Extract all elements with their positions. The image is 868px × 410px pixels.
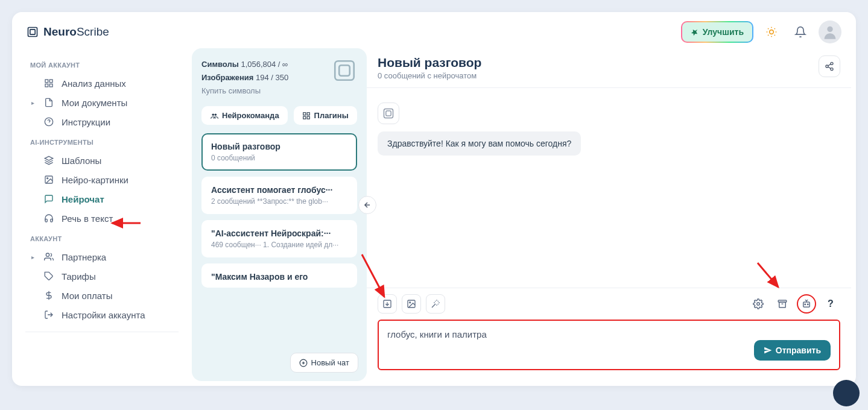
sidebar-item-neuro-images[interactable]: Нейро-картинки <box>25 170 179 189</box>
bot-message: Здравствуйте! Как я могу вам помочь сего… <box>378 131 581 156</box>
svg-point-36 <box>757 303 760 306</box>
upgrade-button[interactable]: Улучшить <box>681 21 753 43</box>
svg-point-10 <box>47 178 48 179</box>
svg-point-26 <box>831 62 833 65</box>
topbar: NeuroScribe Улучшить <box>12 12 856 43</box>
svg-rect-1 <box>30 30 35 34</box>
svg-point-2 <box>770 30 774 34</box>
svg-rect-20 <box>303 116 305 119</box>
brain-icon <box>332 58 357 83</box>
svg-point-28 <box>831 68 833 71</box>
svg-point-27 <box>826 65 828 68</box>
section-title-tools: AI-ИНСТРУМЕНТЫ <box>30 139 179 146</box>
chat-header: Новый разговор 0 сообщений с нейрочатом <box>367 48 851 88</box>
logout-icon <box>43 309 54 320</box>
sidebar-item-speech[interactable]: Речь в текст <box>25 209 179 228</box>
bot-avatar-icon <box>378 102 399 124</box>
sidebar-item-instructions[interactable]: Инструкции <box>25 112 179 131</box>
archive-tool-button[interactable] <box>773 294 792 314</box>
svg-rect-6 <box>45 84 48 87</box>
sidebar-item-templates[interactable]: Шаблоны <box>25 151 179 170</box>
conversation-item[interactable]: "Максим Назаров и его <box>201 263 357 288</box>
svg-rect-7 <box>49 84 52 87</box>
tool-row: ? <box>378 294 840 314</box>
sidebar-item-neurochat[interactable]: Нейрочат <box>25 189 179 209</box>
conversation-item[interactable]: Ассистент помогает глобус··· 2 сообщений… <box>201 177 357 214</box>
plugins-pill[interactable]: Плагины <box>294 106 357 125</box>
svg-rect-19 <box>307 113 309 115</box>
sidebar-item-payments[interactable]: Мои оплаты <box>25 286 179 305</box>
theme-toggle[interactable] <box>761 21 782 43</box>
send-icon <box>764 346 772 355</box>
plus-icon <box>299 359 308 367</box>
topbar-right: Улучшить <box>681 20 841 43</box>
svg-rect-5 <box>49 80 52 83</box>
svg-rect-31 <box>384 109 393 118</box>
conversation-panel: Символы 1,056,804 / ∞ Изображения 194 / … <box>192 48 367 381</box>
sidebar-item-partner[interactable]: ▸Партнерка <box>25 247 179 266</box>
section-title-account2: АККАУНТ <box>30 235 179 242</box>
new-chat-button[interactable]: Новый чат <box>290 353 358 373</box>
magic-button[interactable] <box>426 294 445 314</box>
chat-main: Новый разговор 0 сообщений с нейрочатом … <box>367 48 851 381</box>
chat-icon <box>43 194 54 204</box>
svg-line-30 <box>828 64 831 66</box>
chat-subtitle: 0 сообщений с нейрочатом <box>378 71 481 80</box>
users-icon <box>43 251 54 262</box>
sidebar: МОЙ АККАУНТ Анализ данных ▸Мои документы… <box>12 43 187 386</box>
svg-rect-32 <box>386 111 391 116</box>
input-area: ? глобус, книги и палитра Отправить <box>367 288 851 381</box>
document-icon <box>43 97 54 108</box>
conversation-item[interactable]: Новый разговор 0 сообщений <box>201 133 357 171</box>
dollar-icon <box>43 290 54 301</box>
svg-line-29 <box>828 67 831 69</box>
image-icon <box>43 174 54 185</box>
svg-rect-18 <box>303 113 305 115</box>
conversation-item[interactable]: "AI-ассистент Нейроскрай:··· 469 сообщен… <box>201 220 357 257</box>
send-button[interactable]: Отправить <box>754 340 831 361</box>
svg-rect-15 <box>339 65 350 76</box>
logo[interactable]: NeuroScribe <box>27 25 109 39</box>
user-avatar[interactable] <box>819 20 841 43</box>
rocket-icon <box>691 28 699 36</box>
share-button[interactable] <box>819 55 840 77</box>
image-button[interactable] <box>402 294 421 314</box>
plugins-icon <box>302 112 311 120</box>
team-pill[interactable]: Нейрокоманда <box>201 106 288 125</box>
app-frame: NeuroScribe Улучшить МОЙ АККАУНТ Анализ … <box>12 12 856 386</box>
svg-point-16 <box>212 113 215 116</box>
help-tool-button[interactable]: ? <box>821 294 840 314</box>
logo-text-bold: Neuro <box>43 25 77 38</box>
notifications-button[interactable] <box>790 21 811 43</box>
svg-rect-14 <box>335 61 354 80</box>
collapse-button[interactable] <box>358 196 376 214</box>
settings-tool-button[interactable] <box>749 294 768 314</box>
tag-icon <box>43 271 54 282</box>
sidebar-item-docs[interactable]: ▸Мои документы <box>25 93 179 112</box>
chevron-right-icon: ▸ <box>31 254 36 260</box>
sidebar-item-tariffs[interactable]: Тарифы <box>25 266 179 286</box>
team-icon <box>210 112 218 120</box>
buy-symbols-link[interactable]: Купить символы <box>201 84 288 98</box>
chat-body: Здравствуйте! Как я могу вам помочь сего… <box>367 88 851 288</box>
sidebar-item-analytics[interactable]: Анализ данных <box>25 74 179 93</box>
svg-rect-4 <box>45 80 48 83</box>
help-icon <box>43 116 54 127</box>
chevron-right-icon: ▸ <box>31 99 36 106</box>
svg-point-42 <box>808 304 809 305</box>
grid-icon <box>43 78 54 89</box>
message-input[interactable]: глобус, книги и палитра <box>387 329 754 339</box>
robot-tool-button[interactable] <box>797 294 816 314</box>
svg-rect-21 <box>307 116 309 119</box>
bot-message-row: Здравствуйте! Как я могу вам помочь сего… <box>378 102 840 156</box>
upgrade-label: Улучшить <box>703 27 744 37</box>
svg-point-41 <box>805 304 806 305</box>
stats-header: Символы 1,056,804 / ∞ Изображения 194 / … <box>201 58 357 98</box>
divider <box>25 332 179 332</box>
headphones-icon <box>43 213 54 224</box>
attach-button[interactable] <box>378 294 397 314</box>
conversation-list: Новый разговор 0 сообщений Ассистент пом… <box>201 133 357 371</box>
sidebar-item-settings[interactable]: Настройки аккаунта <box>25 305 179 324</box>
app-body: МОЙ АККАУНТ Анализ данных ▸Мои документы… <box>12 43 856 386</box>
help-bubble[interactable] <box>833 380 860 406</box>
